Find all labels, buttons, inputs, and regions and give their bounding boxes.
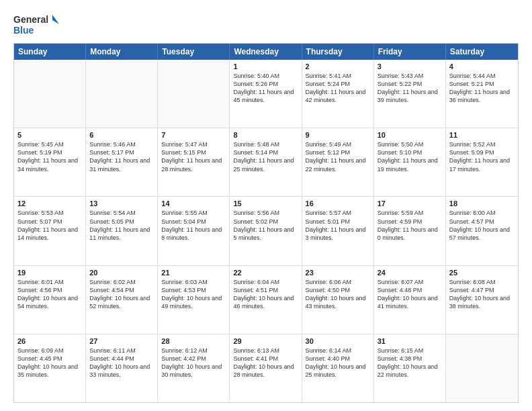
calendar-day-5: 5Sunrise: 5:45 AM Sunset: 5:19 PM Daylig…: [14, 128, 86, 196]
cell-text-16: Sunrise: 5:57 AM Sunset: 5:01 PM Dayligh…: [306, 209, 370, 242]
calendar-week-1: 1Sunrise: 5:40 AM Sunset: 5:26 PM Daylig…: [14, 60, 518, 128]
calendar-day-2: 2Sunrise: 5:41 AM Sunset: 5:24 PM Daylig…: [302, 60, 374, 128]
cell-text-24: Sunrise: 6:07 AM Sunset: 4:48 PM Dayligh…: [378, 278, 442, 311]
day-number-14: 14: [161, 199, 226, 208]
calendar-day-12: 12Sunrise: 5:53 AM Sunset: 5:07 PM Dayli…: [14, 197, 86, 265]
cell-text-29: Sunrise: 6:13 AM Sunset: 4:41 PM Dayligh…: [233, 347, 298, 379]
header-cell-thursday: Thursday: [302, 44, 374, 60]
day-number-16: 16: [306, 199, 370, 208]
day-number-2: 2: [306, 62, 370, 71]
cell-text-19: Sunrise: 6:01 AM Sunset: 4:56 PM Dayligh…: [17, 278, 82, 311]
cell-text-11: Sunrise: 5:52 AM Sunset: 5:09 PM Dayligh…: [449, 140, 515, 173]
day-number-29: 29: [233, 337, 298, 345]
cell-text-7: Sunrise: 5:47 AM Sunset: 5:15 PM Dayligh…: [161, 140, 226, 173]
calendar-day-20: 20Sunrise: 6:02 AM Sunset: 4:54 PM Dayli…: [86, 266, 158, 334]
calendar-cell-empty-w0c0: [14, 60, 86, 128]
day-number-21: 21: [161, 269, 226, 277]
day-number-4: 4: [449, 62, 515, 71]
day-number-23: 23: [306, 269, 370, 277]
day-number-30: 30: [306, 337, 370, 345]
calendar-day-21: 21Sunrise: 6:03 AM Sunset: 4:53 PM Dayli…: [158, 266, 230, 334]
calendar-day-3: 3Sunrise: 5:43 AM Sunset: 5:22 PM Daylig…: [374, 60, 446, 128]
calendar-day-22: 22Sunrise: 6:04 AM Sunset: 4:51 PM Dayli…: [230, 266, 302, 334]
day-number-22: 22: [233, 269, 298, 277]
logo-svg: GeneralBlue: [13, 12, 60, 36]
cell-text-18: Sunrise: 6:00 AM Sunset: 4:57 PM Dayligh…: [449, 209, 515, 242]
cell-text-23: Sunrise: 6:06 AM Sunset: 4:50 PM Dayligh…: [306, 278, 370, 311]
calendar-day-29: 29Sunrise: 6:13 AM Sunset: 4:41 PM Dayli…: [230, 334, 302, 402]
calendar-day-27: 27Sunrise: 6:11 AM Sunset: 4:44 PM Dayli…: [86, 334, 158, 402]
calendar-day-16: 16Sunrise: 5:57 AM Sunset: 5:01 PM Dayli…: [302, 197, 374, 265]
calendar-day-25: 25Sunrise: 6:08 AM Sunset: 4:47 PM Dayli…: [446, 266, 518, 334]
calendar: SundayMondayTuesdayWednesdayThursdayFrid…: [13, 43, 519, 403]
day-number-12: 12: [17, 199, 82, 208]
logo: GeneralBlue: [13, 12, 60, 36]
calendar-day-18: 18Sunrise: 6:00 AM Sunset: 4:57 PM Dayli…: [446, 197, 518, 265]
cell-text-9: Sunrise: 5:49 AM Sunset: 5:12 PM Dayligh…: [306, 140, 370, 173]
calendar-body: 1Sunrise: 5:40 AM Sunset: 5:26 PM Daylig…: [14, 60, 518, 402]
calendar-week-4: 19Sunrise: 6:01 AM Sunset: 4:56 PM Dayli…: [14, 266, 518, 334]
header-cell-friday: Friday: [374, 44, 446, 60]
calendar-cell-empty-w0c2: [158, 60, 230, 128]
calendar-day-11: 11Sunrise: 5:52 AM Sunset: 5:09 PM Dayli…: [446, 128, 518, 196]
svg-text:Blue: Blue: [13, 25, 34, 36]
day-number-7: 7: [161, 131, 226, 139]
calendar-day-6: 6Sunrise: 5:46 AM Sunset: 5:17 PM Daylig…: [86, 128, 158, 196]
cell-text-3: Sunrise: 5:43 AM Sunset: 5:22 PM Dayligh…: [378, 72, 442, 105]
cell-text-5: Sunrise: 5:45 AM Sunset: 5:19 PM Dayligh…: [17, 140, 82, 173]
day-number-27: 27: [89, 337, 154, 345]
day-number-19: 19: [17, 269, 82, 277]
calendar-day-10: 10Sunrise: 5:50 AM Sunset: 5:10 PM Dayli…: [374, 128, 446, 196]
cell-text-31: Sunrise: 6:15 AM Sunset: 4:38 PM Dayligh…: [378, 347, 442, 379]
day-number-6: 6: [89, 131, 154, 139]
calendar-day-13: 13Sunrise: 5:54 AM Sunset: 5:05 PM Dayli…: [86, 197, 158, 265]
calendar-cell-empty-w0c1: [86, 60, 158, 128]
cell-text-25: Sunrise: 6:08 AM Sunset: 4:47 PM Dayligh…: [449, 278, 515, 311]
calendar-week-3: 12Sunrise: 5:53 AM Sunset: 5:07 PM Dayli…: [14, 197, 518, 265]
cell-text-30: Sunrise: 6:14 AM Sunset: 4:40 PM Dayligh…: [306, 347, 370, 379]
day-number-17: 17: [378, 199, 442, 208]
cell-text-10: Sunrise: 5:50 AM Sunset: 5:10 PM Dayligh…: [378, 140, 442, 173]
cell-text-26: Sunrise: 6:09 AM Sunset: 4:45 PM Dayligh…: [17, 347, 82, 379]
calendar-day-31: 31Sunrise: 6:15 AM Sunset: 4:38 PM Dayli…: [374, 334, 446, 402]
cell-text-4: Sunrise: 5:44 AM Sunset: 5:21 PM Dayligh…: [449, 72, 515, 105]
cell-text-2: Sunrise: 5:41 AM Sunset: 5:24 PM Dayligh…: [306, 72, 370, 105]
day-number-20: 20: [89, 269, 154, 277]
calendar-day-28: 28Sunrise: 6:12 AM Sunset: 4:42 PM Dayli…: [158, 334, 230, 402]
calendar-day-15: 15Sunrise: 5:56 AM Sunset: 5:02 PM Dayli…: [230, 197, 302, 265]
calendar-day-7: 7Sunrise: 5:47 AM Sunset: 5:15 PM Daylig…: [158, 128, 230, 196]
day-number-3: 3: [378, 62, 442, 71]
calendar-day-4: 4Sunrise: 5:44 AM Sunset: 5:21 PM Daylig…: [446, 60, 518, 128]
day-number-15: 15: [233, 199, 298, 208]
calendar-day-24: 24Sunrise: 6:07 AM Sunset: 4:48 PM Dayli…: [374, 266, 446, 334]
cell-text-14: Sunrise: 5:55 AM Sunset: 5:04 PM Dayligh…: [161, 209, 226, 242]
day-number-9: 9: [306, 131, 370, 139]
day-number-24: 24: [378, 269, 442, 277]
calendar-header-row: SundayMondayTuesdayWednesdayThursdayFrid…: [14, 44, 518, 60]
day-number-13: 13: [89, 199, 154, 208]
day-number-5: 5: [17, 131, 82, 139]
svg-text:General: General: [13, 14, 48, 25]
day-number-11: 11: [449, 131, 515, 139]
cell-text-15: Sunrise: 5:56 AM Sunset: 5:02 PM Dayligh…: [233, 209, 298, 242]
cell-text-28: Sunrise: 6:12 AM Sunset: 4:42 PM Dayligh…: [161, 347, 226, 379]
cell-text-22: Sunrise: 6:04 AM Sunset: 4:51 PM Dayligh…: [233, 278, 298, 311]
header-cell-monday: Monday: [86, 44, 158, 60]
cell-text-20: Sunrise: 6:02 AM Sunset: 4:54 PM Dayligh…: [89, 278, 154, 311]
calendar-day-30: 30Sunrise: 6:14 AM Sunset: 4:40 PM Dayli…: [302, 334, 374, 402]
calendar-week-5: 26Sunrise: 6:09 AM Sunset: 4:45 PM Dayli…: [14, 334, 518, 402]
cell-text-6: Sunrise: 5:46 AM Sunset: 5:17 PM Dayligh…: [89, 140, 154, 173]
cell-text-12: Sunrise: 5:53 AM Sunset: 5:07 PM Dayligh…: [17, 209, 82, 242]
cell-text-13: Sunrise: 5:54 AM Sunset: 5:05 PM Dayligh…: [89, 209, 154, 242]
day-number-28: 28: [161, 337, 226, 345]
cell-text-21: Sunrise: 6:03 AM Sunset: 4:53 PM Dayligh…: [161, 278, 226, 311]
calendar-day-17: 17Sunrise: 5:59 AM Sunset: 4:59 PM Dayli…: [374, 197, 446, 265]
header-cell-tuesday: Tuesday: [158, 44, 230, 60]
day-number-31: 31: [378, 337, 442, 345]
cell-text-8: Sunrise: 5:48 AM Sunset: 5:14 PM Dayligh…: [233, 140, 298, 173]
day-number-26: 26: [17, 337, 82, 345]
calendar-week-2: 5Sunrise: 5:45 AM Sunset: 5:19 PM Daylig…: [14, 128, 518, 197]
calendar-day-8: 8Sunrise: 5:48 AM Sunset: 5:14 PM Daylig…: [230, 128, 302, 196]
day-number-25: 25: [449, 269, 515, 277]
header-cell-wednesday: Wednesday: [230, 44, 302, 60]
